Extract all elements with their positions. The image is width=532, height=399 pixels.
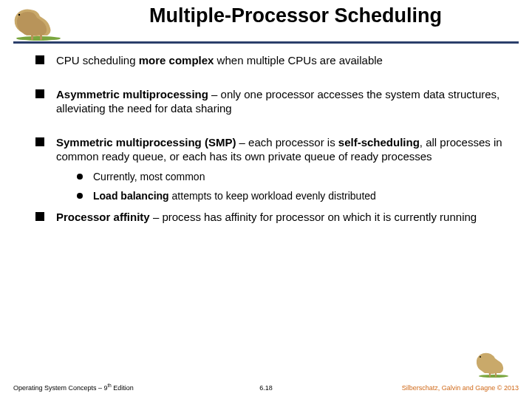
footer-left-pre: Operating System Concepts – 9: [13, 384, 108, 392]
svg-point-0: [16, 36, 61, 41]
bullet-level-1: Processor affinity – process has affinit…: [35, 210, 502, 225]
header-dino-image: [9, 3, 68, 41]
bullet-level-1: Asymmetric multiprocessing – only one pr…: [35, 87, 502, 116]
footer-page-number: 6.18: [259, 384, 273, 392]
footer-copyright: Silberschatz, Galvin and Gagne © 2013: [402, 384, 519, 392]
svg-point-5: [480, 356, 481, 358]
title-underline: [13, 41, 519, 44]
slide-title: Multiple-Processor Scheduling: [74, 4, 517, 27]
footer-left-post: Edition: [112, 384, 134, 392]
slide: Multiple-Processor Scheduling CPU schedu…: [0, 0, 532, 399]
footer-left: Operating System Concepts – 9th Edition: [13, 383, 134, 392]
bullet-level-2: Load balancing attempts to keep workload…: [56, 189, 502, 202]
bullet-level-2: Currently, most common: [56, 170, 502, 183]
bullet-level-1: CPU scheduling more complex when multipl…: [35, 53, 502, 68]
slide-content: CPU scheduling more complex when multipl…: [35, 53, 502, 224]
bullet-level-1: Symmetric multiprocessing (SMP) – each p…: [35, 135, 502, 202]
svg-rect-3: [40, 35, 42, 40]
svg-rect-2: [31, 35, 33, 40]
footer: Operating System Concepts – 9th Edition …: [13, 374, 519, 392]
svg-point-1: [18, 14, 20, 16]
